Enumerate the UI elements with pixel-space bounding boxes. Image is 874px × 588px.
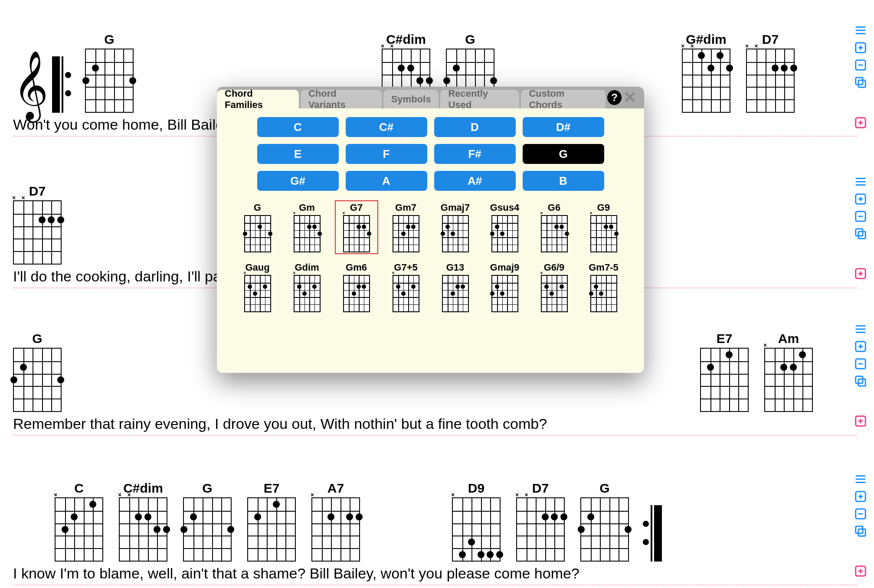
chord-name-label: G xyxy=(599,481,609,496)
root-button-a[interactable]: A xyxy=(346,171,427,191)
family-chord-g6[interactable]: G6× xyxy=(533,200,576,254)
fretboard: ×× xyxy=(746,49,795,113)
family-chord-gdim[interactable]: Gdim× xyxy=(285,260,329,314)
drag-handle-icon[interactable] xyxy=(854,473,867,486)
root-button-asharp[interactable]: A# xyxy=(434,171,516,191)
chord-diagram[interactable]: D7 ×× xyxy=(516,481,565,562)
drag-handle-icon[interactable] xyxy=(854,323,867,336)
drag-handle-icon[interactable] xyxy=(854,175,867,188)
root-button-csharp[interactable]: C# xyxy=(346,117,427,137)
close-icon[interactable]: ✕ xyxy=(623,88,636,107)
copy-icon[interactable] xyxy=(854,76,867,89)
tab-custom-chords[interactable]: Custom Chords xyxy=(521,90,606,108)
tab-recently-used[interactable]: Recently Used xyxy=(440,90,519,108)
minus-square-icon[interactable] xyxy=(854,59,867,72)
fretboard: ×× xyxy=(119,497,167,562)
chord-name-label: G xyxy=(254,202,261,213)
chord-diagram[interactable]: G xyxy=(85,32,134,113)
family-chord-g[interactable]: G xyxy=(236,200,279,254)
minus-square-icon[interactable] xyxy=(854,210,867,223)
lyrics[interactable]: Remember that rainy evening, I drove you… xyxy=(13,415,857,435)
fretboard: × xyxy=(764,348,813,412)
root-button-e[interactable]: E xyxy=(257,144,339,164)
root-button-c[interactable]: C xyxy=(257,117,339,137)
root-button-fsharp[interactable]: F# xyxy=(434,144,516,164)
chord-diagram[interactable]: D9 × xyxy=(452,481,501,562)
plus-square-icon[interactable] xyxy=(854,193,867,206)
root-button-b[interactable]: B xyxy=(523,171,604,191)
family-chord-gaug[interactable]: Gaug× xyxy=(236,260,279,314)
tab-symbols[interactable]: Symbols xyxy=(383,90,439,108)
chord-diagram[interactable]: A7 × xyxy=(311,481,360,562)
chord-diagram[interactable]: C × xyxy=(55,481,103,562)
help-icon[interactable]: ? xyxy=(607,90,622,105)
chord-name-label: E7 xyxy=(717,331,733,346)
treble-clef-icon: 𝄞 xyxy=(13,67,49,103)
fretboard: × xyxy=(393,275,419,312)
root-button-gsharp[interactable]: G# xyxy=(257,171,339,191)
chord-diagram[interactable]: D7 ×× xyxy=(13,184,62,265)
plus-square-icon[interactable] xyxy=(854,490,867,503)
copy-icon[interactable] xyxy=(854,525,867,538)
family-chord-g9[interactable]: G9× xyxy=(582,200,625,254)
lyrics[interactable]: I know I'm to blame, well, ain't that a … xyxy=(13,565,857,585)
fretboard: × xyxy=(311,497,360,562)
plus-square-icon[interactable] xyxy=(854,41,867,54)
chord-diagram[interactable]: Am × xyxy=(764,331,813,412)
family-chord-g13[interactable]: G13 xyxy=(434,260,477,314)
plus-square-pink-icon[interactable] xyxy=(854,415,867,428)
chord-diagram[interactable]: D7 ×× xyxy=(746,32,795,113)
add-section-control xyxy=(854,565,867,578)
fretboard xyxy=(244,215,271,252)
chord-diagram[interactable]: G xyxy=(580,481,629,562)
plus-square-icon[interactable] xyxy=(854,340,867,353)
plus-square-pink-icon[interactable] xyxy=(854,565,867,578)
family-chord-gm[interactable]: Gm× xyxy=(285,200,329,254)
fretboard xyxy=(343,275,370,312)
chord-name-label: Gm7-5 xyxy=(589,262,618,273)
family-chord-gsus4[interactable]: Gsus4 xyxy=(483,200,527,254)
family-chord-g69[interactable]: G6/9× xyxy=(533,260,576,314)
root-button-dsharp[interactable]: D# xyxy=(523,117,604,137)
family-chord-g75[interactable]: G7+5× xyxy=(384,260,428,314)
fretboard: × xyxy=(244,275,271,312)
copy-icon[interactable] xyxy=(854,375,867,388)
svg-rect-22 xyxy=(856,229,863,236)
family-chord-g7[interactable]: G7× xyxy=(335,200,378,254)
drag-handle-icon[interactable] xyxy=(854,24,867,37)
chord-diagram[interactable]: G xyxy=(183,481,232,562)
family-chord-gm6[interactable]: Gm6 xyxy=(335,260,378,314)
chord-diagram[interactable]: G xyxy=(13,331,62,412)
root-button-f[interactable]: F xyxy=(346,144,427,164)
fretboard xyxy=(491,275,518,312)
chord-diagram[interactable]: G#dim ×× xyxy=(682,32,730,113)
fretboard: ×× xyxy=(13,200,62,265)
chord-name-label: Gm6 xyxy=(346,262,367,273)
chord-name-label: G7 xyxy=(350,202,363,213)
chord-name-label: D7 xyxy=(29,184,46,199)
family-chord-gm75[interactable]: Gm7-5 xyxy=(582,260,625,314)
tab-chord-families[interactable]: Chord Families xyxy=(217,90,299,108)
song-line: C × C#dim ×× G xyxy=(13,462,857,585)
family-chord-gm7[interactable]: Gm7 xyxy=(384,200,428,254)
root-button-d[interactable]: D xyxy=(434,117,516,137)
root-button-g[interactable]: G xyxy=(523,144,604,164)
family-chord-gmaj7[interactable]: Gmaj7 xyxy=(434,200,477,254)
chord-diagram[interactable]: E7 xyxy=(247,481,296,562)
copy-icon[interactable] xyxy=(854,227,867,240)
chord-diagram[interactable]: E7 xyxy=(700,331,749,412)
chord-name-label: G13 xyxy=(446,262,465,273)
plus-square-pink-icon[interactable] xyxy=(854,116,867,129)
chord-name-label: D9 xyxy=(468,481,484,496)
chord-name-label: G7+5 xyxy=(394,262,417,273)
minus-square-icon[interactable] xyxy=(854,357,867,370)
minus-square-icon[interactable] xyxy=(854,507,867,520)
plus-square-pink-icon[interactable] xyxy=(854,267,867,280)
tab-chord-variants[interactable]: Chord Variants xyxy=(301,90,382,108)
fretboard xyxy=(442,215,469,252)
fretboard: × xyxy=(590,215,617,252)
chord-diagram[interactable]: C#dim ×× xyxy=(119,481,167,562)
line-controls xyxy=(854,24,867,89)
chord-name-label: A7 xyxy=(327,481,344,496)
family-chord-gmaj9[interactable]: Gmaj9 xyxy=(483,260,527,314)
